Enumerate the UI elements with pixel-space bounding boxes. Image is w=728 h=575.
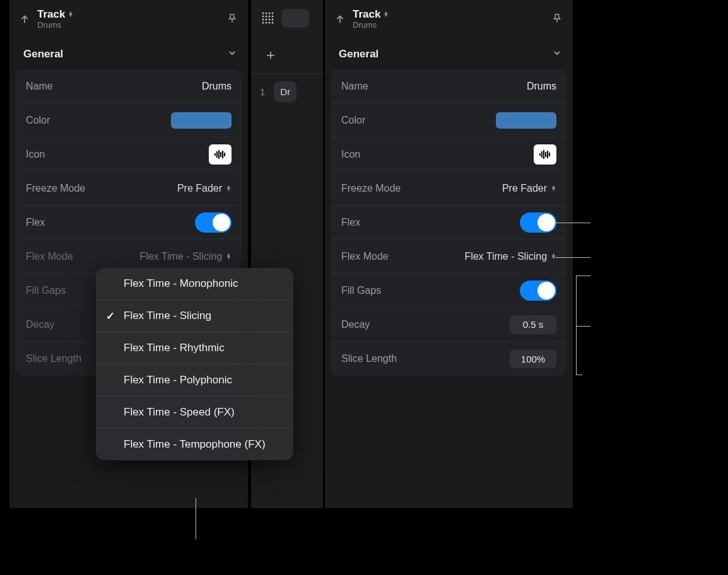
svg-rect-24 <box>543 150 544 159</box>
view-pill[interactable] <box>281 9 309 28</box>
popup-item-monophonic[interactable]: Flex Time - Monophonic <box>96 268 293 300</box>
row-icon[interactable]: Icon <box>16 137 242 171</box>
flexmode-text: Flex Time - Slicing <box>464 251 547 262</box>
value-name: Drums <box>202 81 232 92</box>
header-subtitle: Drums <box>37 20 226 30</box>
header-title[interactable]: Track ▲▼ <box>37 8 226 21</box>
label-decay: Decay <box>341 319 370 330</box>
label-color: Color <box>26 115 50 126</box>
row-freeze[interactable]: Freeze Mode Pre Fader▲▼ <box>331 171 567 206</box>
svg-rect-1 <box>216 151 218 158</box>
header-title-text: Track <box>353 8 380 21</box>
svg-point-10 <box>262 16 264 18</box>
row-flexmode[interactable]: Flex Mode Flex Time - Slicing▲▼ <box>331 240 567 274</box>
value-freeze: Pre Fader▲▼ <box>177 183 232 194</box>
pin-icon[interactable] <box>551 13 564 25</box>
label-flexmode: Flex Mode <box>26 251 73 262</box>
track-icon-button[interactable] <box>534 144 556 165</box>
inspector-panel-right: Track ▲▼ Drums General Name Drums Color … <box>325 0 573 508</box>
section-title: General <box>23 48 63 61</box>
svg-point-19 <box>266 22 267 24</box>
callout-line <box>555 223 590 223</box>
color-swatch[interactable] <box>171 112 232 129</box>
svg-point-21 <box>272 22 274 24</box>
svg-rect-4 <box>222 151 223 158</box>
svg-point-11 <box>266 16 267 18</box>
label-fillgaps: Fill Gaps <box>341 285 381 296</box>
add-track-icon[interactable]: ＋ <box>264 45 278 64</box>
header-title-text: Track <box>37 8 65 21</box>
track-chip[interactable]: Dr <box>274 81 296 102</box>
section-general[interactable]: General <box>9 37 248 69</box>
chevron-down-icon <box>228 48 237 61</box>
callout-line <box>576 375 582 375</box>
svg-point-6 <box>262 13 264 15</box>
popup-item-slicing[interactable]: Flex Time - Slicing <box>96 300 293 332</box>
value-freeze: Pre Fader▲▼ <box>502 183 556 194</box>
fillgaps-toggle[interactable] <box>520 281 556 301</box>
label-icon: Icon <box>341 149 360 160</box>
header-subtitle: Drums <box>353 20 551 30</box>
callout-line <box>196 498 196 539</box>
callout-line <box>576 276 590 276</box>
svg-point-15 <box>266 19 267 21</box>
freeze-text: Pre Fader <box>502 183 547 194</box>
svg-rect-27 <box>549 153 550 156</box>
sort-updown-icon: ▲▼ <box>68 12 73 16</box>
back-up-icon[interactable] <box>18 13 31 25</box>
label-name: Name <box>341 81 368 92</box>
row-icon[interactable]: Icon <box>331 137 567 171</box>
back-up-icon[interactable] <box>334 13 346 25</box>
svg-point-12 <box>269 16 271 18</box>
svg-rect-3 <box>220 152 221 157</box>
popup-item-speed[interactable]: Flex Time - Speed (FX) <box>96 397 293 429</box>
flexmode-text: Flex Time - Slicing <box>139 251 222 262</box>
svg-rect-5 <box>224 153 225 156</box>
row-freeze[interactable]: Freeze Mode Pre Fader▲▼ <box>16 171 242 206</box>
row-fillgaps: Fill Gaps <box>331 274 567 308</box>
label-color: Color <box>341 115 365 126</box>
row-name[interactable]: Name Drums <box>331 69 567 103</box>
svg-point-17 <box>272 19 274 21</box>
color-swatch[interactable] <box>496 112 556 129</box>
row-slicelen: Slice Length 100% <box>331 342 567 376</box>
popup-item-tempophone[interactable]: Flex Time - Tempophone (FX) <box>96 429 293 460</box>
grid-icon[interactable] <box>261 11 275 25</box>
decay-field[interactable]: 0.5 s <box>510 315 556 334</box>
label-fillgaps: Fill Gaps <box>26 285 66 296</box>
svg-point-20 <box>269 22 271 24</box>
label-slicelen: Slice Length <box>341 353 397 364</box>
row-flex: Flex <box>331 206 567 240</box>
row-name[interactable]: Name Drums <box>16 69 242 103</box>
label-freeze: Freeze Mode <box>341 183 401 194</box>
track-number: 1 <box>260 86 265 97</box>
freeze-text: Pre Fader <box>177 183 222 194</box>
svg-rect-22 <box>539 153 541 156</box>
svg-rect-0 <box>214 153 216 156</box>
header-title[interactable]: Track ▲▼ <box>353 8 551 21</box>
row-color[interactable]: Color <box>331 103 567 137</box>
label-name: Name <box>26 81 53 92</box>
value-flexmode: Flex Time - Slicing▲▼ <box>139 251 232 262</box>
flex-toggle[interactable] <box>195 212 232 233</box>
flex-toggle[interactable] <box>520 212 556 233</box>
row-decay: Decay 0.5 s <box>331 308 567 342</box>
updown-icon: ▲▼ <box>226 254 232 258</box>
chevron-down-icon <box>553 48 561 61</box>
track-row[interactable]: 1 Dr <box>251 74 323 109</box>
section-general[interactable]: General <box>325 37 573 69</box>
label-flex: Flex <box>26 217 45 228</box>
slicelen-field[interactable]: 100% <box>510 349 556 368</box>
popup-item-rhythmic[interactable]: Flex Time - Rhythmic <box>96 332 293 364</box>
svg-point-16 <box>269 19 271 21</box>
panel-header: Track ▲▼ Drums <box>9 0 248 37</box>
pin-icon[interactable] <box>226 13 239 25</box>
popup-item-polyphonic[interactable]: Flex Time - Polyphonic <box>96 364 293 397</box>
updown-icon: ▲▼ <box>226 186 232 190</box>
svg-rect-26 <box>547 151 548 158</box>
track-icon-button[interactable] <box>209 144 232 165</box>
svg-rect-2 <box>218 150 220 159</box>
label-flexmode: Flex Mode <box>341 251 389 262</box>
section-title: General <box>339 48 379 61</box>
row-color[interactable]: Color <box>16 103 242 137</box>
